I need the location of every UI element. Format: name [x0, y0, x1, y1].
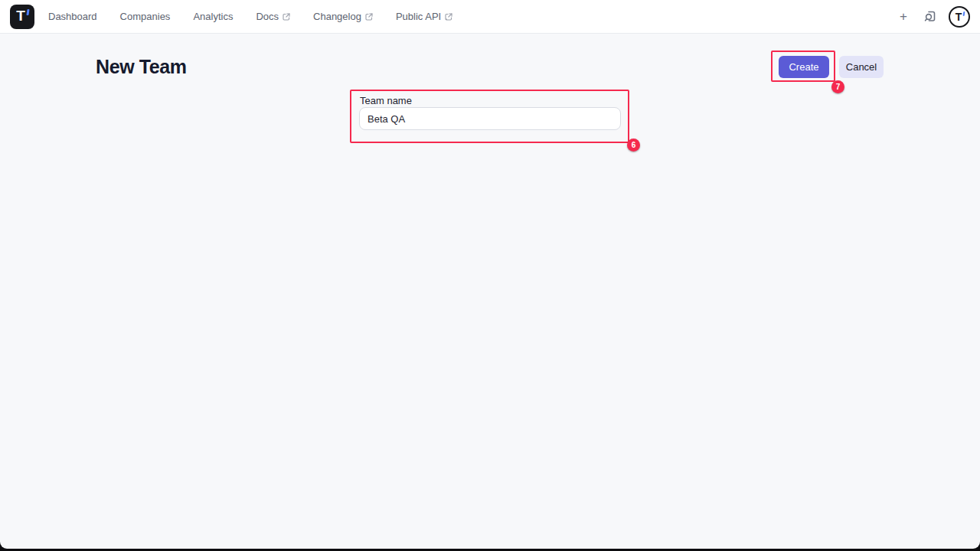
user-avatar[interactable]: T — [949, 6, 970, 28]
nav-item-label: Dashboard — [48, 0, 97, 34]
nav-right-actions: + T — [896, 6, 970, 28]
add-button[interactable]: + — [896, 10, 911, 23]
nav-item-changelog[interactable]: Changelog — [313, 0, 373, 34]
app-logo[interactable]: T — [10, 5, 34, 29]
nav-item-docs[interactable]: Docs — [256, 0, 290, 34]
nav-item-analytics[interactable]: Analytics — [193, 0, 233, 34]
nav-item-label: Public API — [396, 0, 441, 34]
logo-letter: T — [16, 8, 25, 23]
nav-item-label: Companies — [120, 0, 171, 34]
annotation-badge-6: 6 — [627, 139, 640, 152]
external-link-icon — [283, 13, 290, 21]
team-name-label: Team name — [360, 95, 412, 107]
annotation-badge-7: 7 — [831, 80, 844, 93]
nav-item-label: Docs — [256, 0, 279, 34]
avatar-letter: T — [956, 11, 962, 22]
top-navigation: T Dashboard Companies Analytics Docs — [0, 0, 980, 34]
create-button[interactable]: Create — [779, 56, 829, 78]
search-docs-icon[interactable] — [923, 9, 937, 24]
nav-item-public-api[interactable]: Public API — [396, 0, 452, 34]
external-link-icon — [445, 13, 452, 21]
external-link-icon — [365, 13, 373, 21]
nav-item-label: Changelog — [313, 0, 361, 34]
nav-item-label: Analytics — [193, 0, 233, 34]
nav-item-dashboard[interactable]: Dashboard — [48, 0, 97, 34]
nav-items: Dashboard Companies Analytics Docs — [48, 0, 452, 34]
team-name-input[interactable] — [359, 107, 621, 130]
nav-item-companies[interactable]: Companies — [120, 0, 171, 34]
app-window: T Dashboard Companies Analytics Docs — [0, 0, 980, 549]
cancel-button[interactable]: Cancel — [839, 56, 884, 78]
logo-accent-mark — [26, 9, 29, 15]
screenshot-viewport: T Dashboard Companies Analytics Docs — [0, 0, 980, 551]
logo-accent-mark — [963, 11, 965, 16]
page-title: New Team — [96, 55, 187, 78]
